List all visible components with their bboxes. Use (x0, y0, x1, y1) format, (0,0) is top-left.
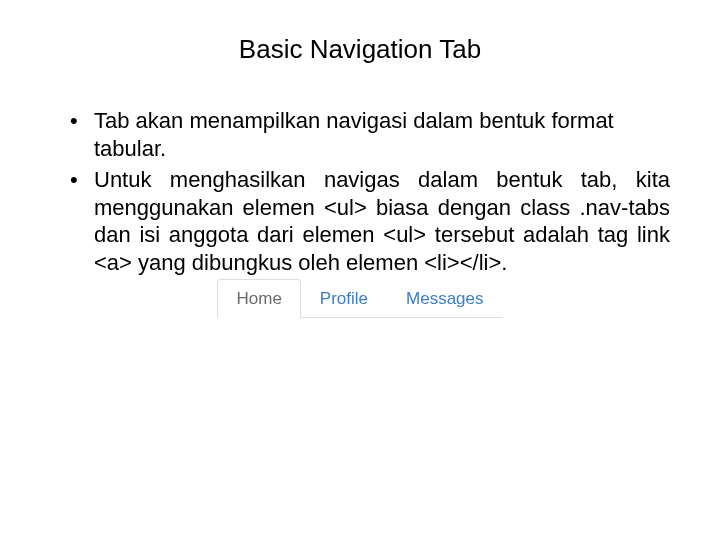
tab-label: Profile (320, 289, 368, 308)
tab-label: Home (236, 289, 281, 308)
nav-tabs: Home Profile Messages (217, 278, 502, 318)
nav-tabs-example: Home Profile Messages (50, 278, 670, 318)
tab-profile[interactable]: Profile (301, 279, 387, 318)
tab-home[interactable]: Home (217, 279, 300, 318)
page-title: Basic Navigation Tab (50, 34, 670, 65)
tab-messages[interactable]: Messages (387, 279, 502, 318)
tab-label: Messages (406, 289, 483, 308)
slide: Basic Navigation Tab Tab akan menampilka… (0, 0, 720, 540)
list-item: Tab akan menampilkan navigasi dalam bent… (70, 107, 670, 162)
list-item: Untuk menghasilkan navigas dalam bentuk … (70, 166, 670, 276)
bullet-list: Tab akan menampilkan navigasi dalam bent… (50, 107, 670, 276)
